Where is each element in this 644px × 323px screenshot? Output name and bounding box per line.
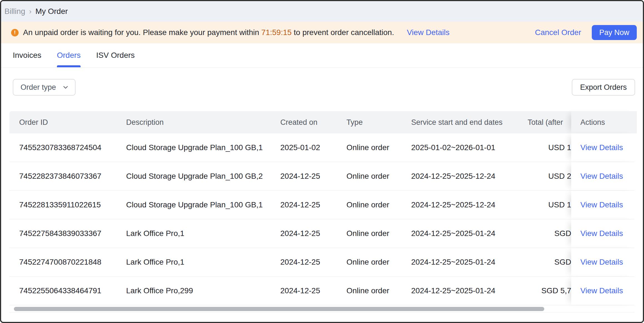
banner-message-suffix: to prevent order cancellation. bbox=[292, 28, 394, 37]
cell-created-on: 2024-12-25 bbox=[280, 172, 346, 181]
col-header-description: Description bbox=[126, 118, 280, 127]
banner-view-details-link[interactable]: View Details bbox=[407, 28, 450, 37]
cell-service-dates: 2024-12-25~2025-01-24 bbox=[411, 229, 528, 238]
cell-total: SGD bbox=[528, 258, 571, 267]
col-header-total: Total (after bbox=[528, 118, 571, 127]
orders-table-header: Order ID Description Created on Type Ser… bbox=[9, 111, 635, 133]
table-row: 7455230783368724504 Cloud Storage Upgrad… bbox=[9, 133, 635, 162]
cell-total: SGD 5,7 bbox=[528, 286, 571, 295]
cell-actions: View Details bbox=[571, 248, 637, 276]
cell-description: Cloud Storage Upgrade Plan_100 GB,2 bbox=[126, 172, 280, 181]
unpaid-order-banner: ! An unpaid order is waiting for you. Pl… bbox=[1, 22, 643, 43]
cell-created-on: 2024-12-25 bbox=[280, 258, 346, 267]
warning-icon: ! bbox=[11, 29, 19, 36]
cell-actions: View Details bbox=[571, 162, 637, 190]
cell-description: Lark Office Pro,1 bbox=[126, 229, 280, 238]
table-row: 7452275843839033367 Lark Office Pro,1 20… bbox=[9, 219, 635, 248]
view-details-link[interactable]: View Details bbox=[580, 229, 623, 238]
cell-actions: View Details bbox=[571, 277, 637, 305]
cell-created-on: 2024-12-25 bbox=[280, 200, 346, 209]
cell-order-id: 7452281335911022615 bbox=[9, 200, 126, 209]
col-header-service-dates: Service start and end dates bbox=[411, 118, 528, 127]
table-row: 7452255064338464791 Lark Office Pro,299 … bbox=[9, 277, 635, 305]
view-details-link[interactable]: View Details bbox=[580, 258, 623, 267]
breadcrumb-billing[interactable]: Billing bbox=[4, 7, 25, 16]
table-row: 7452274700870221848 Lark Office Pro,1 20… bbox=[9, 248, 635, 277]
cell-type: Online order bbox=[346, 286, 411, 295]
cell-description: Cloud Storage Upgrade Plan_100 GB,1 bbox=[126, 200, 280, 209]
cell-order-id: 7452275843839033367 bbox=[9, 229, 126, 238]
table-row: 7452281335911022615 Cloud Storage Upgrad… bbox=[9, 191, 635, 219]
tab-invoices[interactable]: Invoices bbox=[13, 43, 41, 67]
view-details-link[interactable]: View Details bbox=[580, 286, 623, 295]
cell-service-dates: 2024-12-25~2025-12-24 bbox=[411, 200, 528, 209]
table-row: 7452282373846073367 Cloud Storage Upgrad… bbox=[9, 162, 635, 191]
cell-total: USD 1 bbox=[528, 143, 571, 152]
banner-message-prefix: An unpaid order is waiting for you. Plea… bbox=[23, 28, 261, 37]
cell-actions: View Details bbox=[571, 219, 637, 248]
cell-description: Lark Office Pro,1 bbox=[126, 258, 280, 267]
cell-actions: View Details bbox=[571, 191, 637, 219]
order-type-filter-label: Order type bbox=[21, 83, 56, 92]
cell-created-on: 2024-12-25 bbox=[280, 229, 346, 238]
cell-order-id: 7455230783368724504 bbox=[9, 143, 126, 152]
cell-order-id: 7452282373846073367 bbox=[9, 172, 126, 181]
cell-type: Online order bbox=[346, 200, 411, 209]
view-details-link[interactable]: View Details bbox=[580, 143, 623, 152]
cell-description: Lark Office Pro,299 bbox=[126, 286, 280, 295]
cell-service-dates: 2024-12-25~2025-01-24 bbox=[411, 258, 528, 267]
banner-message: An unpaid order is waiting for you. Plea… bbox=[23, 28, 394, 37]
cell-total: USD 1 bbox=[528, 200, 571, 209]
payment-countdown: 71:59:15 bbox=[261, 28, 292, 37]
col-header-order-id: Order ID bbox=[9, 118, 126, 127]
cell-type: Online order bbox=[346, 229, 411, 238]
cancel-order-link[interactable]: Cancel Order bbox=[535, 28, 581, 37]
page-title: My Order bbox=[35, 7, 68, 16]
cell-order-id: 7452255064338464791 bbox=[9, 286, 126, 295]
cell-type: Online order bbox=[346, 143, 411, 152]
col-header-type: Type bbox=[346, 118, 411, 127]
orders-table: Order ID Description Created on Type Ser… bbox=[9, 111, 635, 305]
breadcrumb: Billing › My Order bbox=[1, 1, 643, 22]
orders-toolbar: Order type Export Orders bbox=[1, 79, 643, 96]
cell-service-dates: 2024-12-25~2025-01-24 bbox=[411, 286, 528, 295]
billing-orders-page: Billing › My Order ! An unpaid order is … bbox=[0, 0, 644, 323]
tab-isv-orders[interactable]: ISV Orders bbox=[96, 43, 134, 67]
export-orders-button[interactable]: Export Orders bbox=[572, 79, 635, 96]
cell-created-on: 2024-12-25 bbox=[280, 286, 346, 295]
chevron-down-icon bbox=[62, 84, 69, 91]
col-header-actions: Actions bbox=[571, 111, 637, 133]
cell-type: Online order bbox=[346, 258, 411, 267]
horizontal-scrollbar-track[interactable] bbox=[9, 305, 635, 312]
active-tab-indicator bbox=[57, 65, 81, 67]
view-details-link[interactable]: View Details bbox=[580, 172, 623, 181]
cell-service-dates: 2024-12-25~2025-12-24 bbox=[411, 172, 528, 181]
pay-now-button[interactable]: Pay Now bbox=[592, 25, 637, 40]
orders-table-body: 7455230783368724504 Cloud Storage Upgrad… bbox=[9, 133, 635, 305]
cell-order-id: 7452274700870221848 bbox=[9, 258, 126, 267]
tab-orders[interactable]: Orders bbox=[57, 43, 81, 67]
col-header-created-on: Created on bbox=[280, 118, 346, 127]
cell-total: SGD bbox=[528, 229, 571, 238]
cell-total: USD 2 bbox=[528, 172, 571, 181]
cell-description: Cloud Storage Upgrade Plan_100 GB,1 bbox=[126, 143, 280, 152]
cell-service-dates: 2025-01-02~2026-01-01 bbox=[411, 143, 528, 152]
cell-actions: View Details bbox=[571, 133, 637, 162]
cell-created-on: 2025-01-02 bbox=[280, 143, 346, 152]
order-type-filter[interactable]: Order type bbox=[13, 79, 76, 96]
tab-bar: Invoices Orders ISV Orders bbox=[1, 43, 643, 68]
view-details-link[interactable]: View Details bbox=[580, 200, 623, 209]
breadcrumb-separator-icon: › bbox=[29, 7, 32, 16]
horizontal-scrollbar-thumb[interactable] bbox=[14, 307, 544, 311]
cell-type: Online order bbox=[346, 172, 411, 181]
